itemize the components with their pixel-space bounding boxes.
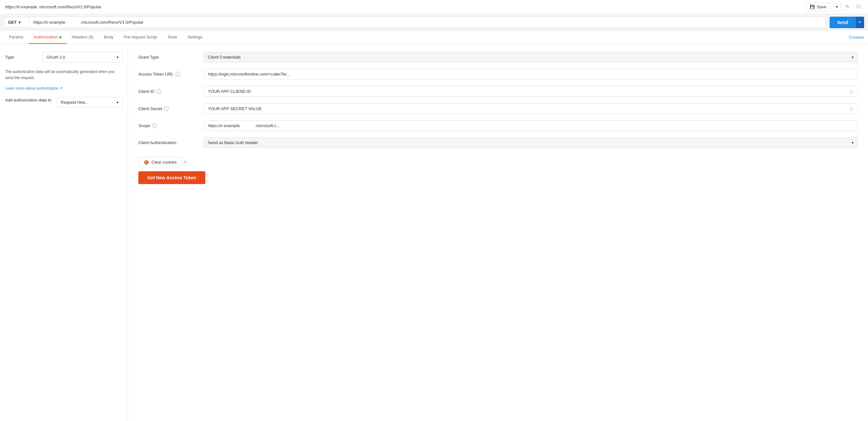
- method-label: GET: [8, 20, 17, 25]
- get-new-access-token-button[interactable]: Get New Access Token: [138, 171, 205, 184]
- comment-button[interactable]: 🗨: [854, 3, 863, 11]
- top-bar-url-left: https://ir-example.: [5, 4, 38, 9]
- top-bar-actions: 💾 Save ▾ ✎ 🗨: [806, 3, 863, 11]
- type-select[interactable]: OAuth 2.0: [42, 52, 123, 62]
- learn-more-link[interactable]: Learn more about authorization ↗: [5, 86, 63, 91]
- clear-cookies-button[interactable]: 🍪 Clear cookies: [138, 157, 182, 167]
- client-auth-value: Send as Basic Auth header: [208, 140, 258, 145]
- save-icon: 💾: [810, 4, 815, 9]
- scope-row: Scope i: [138, 120, 858, 131]
- save-label: Save: [817, 4, 826, 9]
- add-auth-value: Request Hea...: [61, 100, 89, 105]
- save-button[interactable]: 💾 Save: [806, 3, 831, 11]
- type-chevron: [117, 55, 119, 60]
- send-button[interactable]: Send: [830, 17, 856, 28]
- send-caret-button[interactable]: ▾: [856, 17, 864, 28]
- top-bar-url-right: microsoft.com/Reco/V1.0/Popular: [39, 4, 101, 9]
- tab-params[interactable]: Params: [4, 31, 29, 44]
- tabs-bar: Params Authorization Headers (6) Body Pr…: [0, 31, 868, 44]
- top-bar: https://ir-example. microsoft.com/Reco/V…: [0, 0, 868, 14]
- client-auth-row: Client Authentication Send as Basic Auth…: [138, 137, 858, 148]
- scope-input[interactable]: [204, 120, 858, 131]
- client-secret-row: Client Secret i YOUR APP SECRET VALUE ⚠: [138, 103, 858, 114]
- client-id-info-icon[interactable]: i: [156, 89, 161, 94]
- scope-label: Scope i: [138, 123, 196, 128]
- access-token-url-info-icon[interactable]: i: [176, 72, 180, 76]
- client-auth-select[interactable]: Send as Basic Auth header: [204, 137, 858, 148]
- edit-icon: ✎: [845, 4, 849, 10]
- clear-cookies-icon: 🍪: [144, 160, 149, 165]
- send-button-group: Send ▾: [830, 17, 864, 28]
- client-id-warning-icon: ⚠: [849, 89, 854, 94]
- client-secret-info-icon[interactable]: i: [164, 106, 169, 111]
- access-token-url-input[interactable]: [204, 69, 858, 79]
- right-panel: Grant Type Client Credentials Access Tok…: [128, 44, 868, 421]
- type-value: OAuth 2.0: [46, 55, 65, 60]
- learn-more-label: Learn more about authorization: [5, 86, 59, 91]
- tab-settings[interactable]: Settings: [182, 31, 208, 44]
- client-secret-field[interactable]: YOUR APP SECRET VALUE ⚠: [204, 103, 858, 114]
- grant-type-chevron: [852, 55, 854, 60]
- url-bar: GET Send ▾: [0, 14, 868, 31]
- tab-body[interactable]: Body: [99, 31, 119, 44]
- tab-tests[interactable]: Tests: [162, 31, 182, 44]
- add-auth-select[interactable]: Request Hea...: [57, 97, 123, 107]
- left-panel: Type OAuth 2.0 The authorization data wi…: [0, 44, 128, 421]
- save-caret-button[interactable]: ▾: [833, 3, 841, 11]
- client-secret-label: Client Secret i: [138, 106, 196, 111]
- grant-type-value: Client Credentials: [208, 55, 241, 60]
- grant-type-select[interactable]: Client Credentials: [204, 52, 858, 62]
- url-input[interactable]: [29, 17, 826, 28]
- client-secret-value: YOUR APP SECRET VALUE: [208, 106, 262, 111]
- scope-info-icon[interactable]: i: [152, 123, 157, 128]
- comment-icon: 🗨: [856, 4, 861, 10]
- client-id-row: Client ID i YOUR APP CLIEND ID ⚠: [138, 86, 858, 97]
- authorization-dot: [59, 36, 62, 38]
- client-secret-warning-icon: ⚠: [849, 106, 854, 111]
- top-bar-url: https://ir-example. microsoft.com/Reco/V…: [5, 4, 101, 9]
- method-chevron: [19, 20, 21, 25]
- access-token-url-row: Access Token URL i: [138, 69, 858, 79]
- client-id-field[interactable]: YOUR APP CLIEND ID ⚠: [204, 86, 858, 97]
- clear-cookies-info-icon[interactable]: i: [185, 159, 191, 165]
- edit-button[interactable]: ✎: [843, 3, 851, 11]
- tab-authorization[interactable]: Authorization: [29, 31, 67, 44]
- type-row: Type OAuth 2.0: [5, 52, 123, 62]
- auth-info-text: The authorization data will be automatic…: [5, 69, 123, 81]
- method-select[interactable]: GET: [4, 17, 29, 28]
- client-id-value: YOUR APP CLIEND ID: [208, 89, 251, 94]
- auth-info-block: The authorization data will be automatic…: [5, 69, 123, 91]
- learn-more-arrow: ↗: [60, 86, 63, 91]
- access-token-url-label: Access Token URL i: [138, 72, 196, 76]
- get-token-label: Get New Access Token: [147, 175, 196, 180]
- cookies-link[interactable]: Cookies: [849, 31, 864, 43]
- grant-type-row: Grant Type Client Credentials: [138, 52, 858, 62]
- grant-type-label: Grant Type: [138, 55, 196, 60]
- client-auth-label: Client Authentication: [138, 140, 196, 145]
- client-id-label: Client ID i: [138, 89, 196, 94]
- tab-headers[interactable]: Headers (6): [67, 31, 99, 44]
- main-content: Type OAuth 2.0 The authorization data wi…: [0, 44, 868, 421]
- client-auth-chevron: [852, 140, 854, 145]
- tab-prerequest[interactable]: Pre-request Script: [119, 31, 162, 44]
- bottom-actions: 🍪 Clear cookies i Get New Access Token: [138, 154, 858, 184]
- add-auth-chevron: [117, 100, 119, 105]
- type-label: Type: [5, 55, 37, 60]
- add-auth-label: Add authorization data to: [5, 97, 52, 103]
- add-auth-row: Add authorization data to Request Hea...: [5, 97, 123, 107]
- clear-cookies-label: Clear cookies: [152, 160, 177, 165]
